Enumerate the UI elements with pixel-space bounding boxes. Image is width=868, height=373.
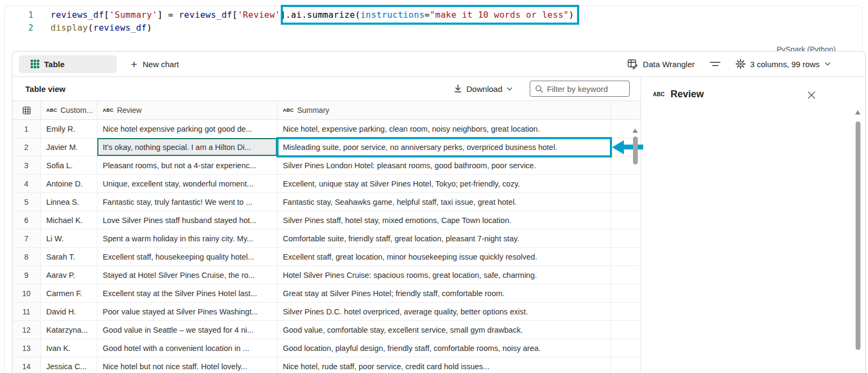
columns-rows-selector[interactable]: 3 columns, 99 rows [736, 59, 831, 69]
cell-customer[interactable]: David H. [41, 303, 97, 321]
row-number-cell[interactable]: 14 [12, 357, 41, 373]
new-chart-button[interactable]: + New chart [131, 59, 179, 70]
cell-summary[interactable]: Comfortable suite, friendly staff, great… [278, 229, 611, 248]
cell-summary[interactable]: Good location, playful design, friendly … [278, 339, 611, 357]
table-row[interactable]: 4 Antoine D. Unique, excellent stay, won… [12, 175, 641, 193]
cell-customer[interactable]: Ivan K. [41, 339, 97, 357]
scroll-up-arrow-icon[interactable] [632, 128, 638, 133]
cell-filler [611, 339, 641, 357]
table-row[interactable]: 13 Ivan K. Good hotel with a convenient … [12, 339, 641, 357]
cell-summary[interactable]: Hotel Silver Pines Cruise: spacious room… [278, 266, 611, 284]
close-icon[interactable] [806, 90, 817, 101]
column-header-summary[interactable]: ABC Summary [278, 101, 611, 119]
download-button[interactable]: Download [454, 84, 513, 94]
line-number: 1 [0, 9, 33, 21]
row-number-cell[interactable]: 10 [12, 284, 41, 303]
table-row[interactable]: 10 Carmen F. Excellent stay at the Silve… [12, 284, 641, 303]
cell-review[interactable]: Spent a warm holiday in this rainy city.… [97, 229, 278, 248]
table-row[interactable]: 2 Javier M. It's okay, nothing special. … [12, 138, 641, 156]
table-row[interactable]: 7 Li W. Spent a warm holiday in this rai… [12, 229, 641, 248]
cell-customer[interactable]: Linnea S. [41, 193, 97, 211]
cell-summary[interactable]: Great stay at Silver Pines Hotel; friend… [278, 284, 611, 303]
cell-summary[interactable]: Nice hotel, rude staff, poor service, cr… [278, 357, 611, 373]
select-all-header-cell[interactable] [12, 101, 41, 119]
cell-customer[interactable]: Aarav P. [41, 266, 97, 284]
cell-summary-text: Silver Pines London Hotel: pleasant room… [283, 161, 536, 170]
table-row[interactable]: 6 Michael K. Love Silver Pines staff hus… [12, 211, 641, 229]
detail-scrollbar[interactable] [855, 110, 860, 350]
table-header-row: ABC Custom... ABC Review ABC Summary [12, 101, 641, 120]
row-number-cell[interactable]: 3 [12, 156, 41, 175]
table-row[interactable]: 3 Sofia L. Pleasant rooms, but not a 4-s… [12, 156, 641, 175]
cell-review[interactable]: It's okay, nothing special. I am a Hilto… [97, 138, 278, 156]
cell-review[interactable]: Good value in Seattle – we stayed for 4 … [97, 321, 278, 339]
cell-summary[interactable]: Nice hotel, expensive parking, clean roo… [278, 120, 611, 138]
filter-searchbox[interactable] [530, 81, 630, 97]
scrollbar-thumb[interactable] [856, 121, 860, 350]
data-wrangler-button[interactable]: Data Wrangler [628, 59, 694, 69]
column-header-filler [611, 101, 641, 119]
cell-summary[interactable]: Silver Pines London Hotel: pleasant room… [278, 156, 611, 175]
cell-customer[interactable]: Carmen F. [41, 284, 97, 303]
column-header-review[interactable]: ABC Review [97, 101, 278, 119]
cell-customer[interactable]: Jessica C... [41, 357, 97, 373]
cell-review[interactable]: Love Silver Pines staff husband stayed h… [97, 211, 278, 229]
cell-review[interactable]: Stayed at Hotel Silver Pines Cruise, the… [97, 266, 278, 284]
cell-customer[interactable]: Li W. [41, 229, 97, 248]
cell-review[interactable]: Nice hotel expensive parking got good de… [97, 120, 278, 138]
cell-review[interactable]: Excellent stay at the Silver Pines Hotel… [97, 284, 278, 303]
cell-summary[interactable]: Good value, comfortable stay, excellent … [278, 321, 611, 339]
filter-icon[interactable] [710, 60, 721, 68]
tab-table[interactable]: Table [19, 55, 117, 73]
table-row[interactable]: 14 Jessica C... Nice hotel but not nice … [12, 357, 641, 373]
table-scrollbar[interactable] [632, 128, 638, 164]
row-number-cell[interactable]: 11 [12, 303, 41, 321]
row-number-cell[interactable]: 7 [12, 229, 41, 248]
row-number-cell[interactable]: 5 [12, 193, 41, 211]
table-row[interactable]: 8 Sarah T. Excellent staff, housekeeping… [12, 248, 641, 266]
cell-customer[interactable]: Sarah T. [41, 248, 97, 266]
cell-summary[interactable]: Silver Pines staff, hotel stay, mixed em… [278, 211, 611, 229]
table-view-section: Table view Download [12, 77, 641, 373]
column-header-customer[interactable]: ABC Custom... [41, 101, 97, 119]
table-row[interactable]: 12 Katarzyna... Good value in Seattle – … [12, 321, 641, 339]
table-row[interactable]: 9 Aarav P. Stayed at Hotel Silver Pines … [12, 266, 641, 284]
cell-customer[interactable]: Antoine D. [41, 175, 97, 193]
cell-summary[interactable]: Excellent staff, great location, minor h… [278, 248, 611, 266]
cell-customer[interactable]: Sofia L. [41, 156, 97, 175]
cell-review[interactable]: Nice hotel but not nice staff. Hotel lov… [97, 357, 278, 373]
row-number-cell[interactable]: 8 [12, 248, 41, 266]
row-number-cell[interactable]: 4 [12, 175, 41, 193]
cell-summary[interactable]: Misleading suite, poor service, no anniv… [278, 138, 611, 156]
cell-customer[interactable]: Javier M. [41, 138, 97, 156]
cell-summary[interactable]: Fantastic stay, Seahawks game, helpful s… [278, 193, 611, 211]
cell-customer[interactable]: Emily R. [41, 120, 97, 138]
cell-review[interactable]: Unique, excellent stay, wonderful moment… [97, 175, 278, 193]
cell-review[interactable]: Pleasant rooms, but not a 4-star experie… [97, 156, 278, 175]
download-icon [454, 84, 462, 93]
cell-review[interactable]: Good hotel with a convenient location in… [97, 339, 278, 357]
code-line-1[interactable]: 1 reviews_df['Summary'] = reviews_df['Re… [0, 9, 868, 21]
row-number-cell[interactable]: 9 [12, 266, 41, 284]
cell-customer[interactable]: Michael K. [41, 211, 97, 229]
cell-summary[interactable]: Silver Pines D.C. hotel overpriced, aver… [278, 303, 611, 321]
cell-review[interactable]: Poor value stayed at Silver Pines Washin… [97, 303, 278, 321]
code-editor[interactable]: 1 reviews_df['Summary'] = reviews_df['Re… [0, 9, 868, 34]
table-row[interactable]: 1 Emily R. Nice hotel expensive parking … [12, 120, 641, 138]
row-number-cell[interactable]: 13 [12, 339, 41, 357]
table-body: 1 Emily R. Nice hotel expensive parking … [12, 120, 641, 373]
scrollbar-thumb[interactable] [633, 137, 638, 164]
filter-input[interactable] [547, 84, 624, 94]
cell-review[interactable]: Excellent staff, housekeeping quality ho… [97, 248, 278, 266]
row-number-cell[interactable]: 12 [12, 321, 41, 339]
cell-review[interactable]: Fantastic stay, truly fantastic! We went… [97, 193, 278, 211]
row-number-cell[interactable]: 2 [12, 138, 41, 156]
cell-customer[interactable]: Katarzyna... [41, 321, 97, 339]
row-number-cell[interactable]: 6 [12, 211, 41, 229]
code-line-2[interactable]: 2 display(reviews_df) [0, 21, 868, 34]
table-row[interactable]: 5 Linnea S. Fantastic stay, truly fantas… [12, 193, 641, 211]
table-row[interactable]: 11 David H. Poor value stayed at Silver … [12, 303, 641, 321]
cell-summary[interactable]: Excellent, unique stay at Silver Pines H… [278, 175, 611, 193]
scroll-up-arrow-icon[interactable] [855, 110, 860, 114]
row-number-cell[interactable]: 1 [12, 120, 41, 138]
